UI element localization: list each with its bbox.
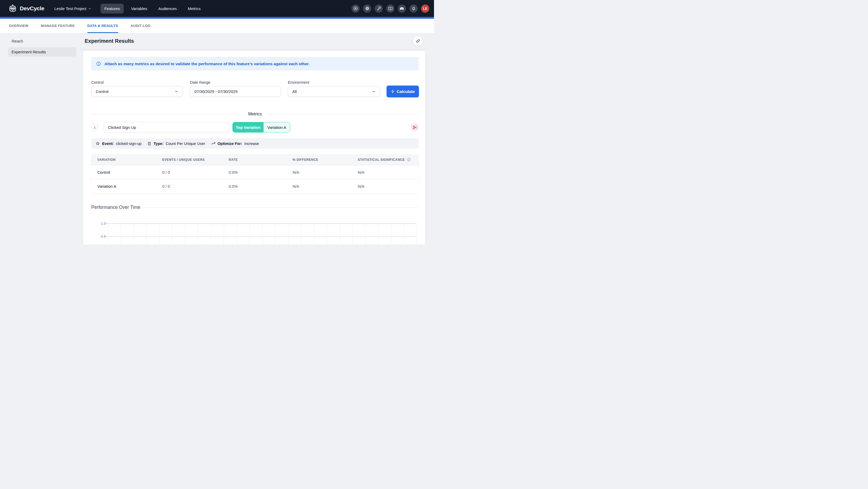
content-area: Reach Experiment Results Experiment Resu… — [0, 33, 434, 244]
calculate-button[interactable]: Calculate — [386, 86, 419, 97]
date-range-input[interactable]: 07/30/2025 - 07/30/2025 — [190, 86, 281, 97]
navbar-actions: LE — [351, 4, 429, 13]
type-label: Type: — [154, 142, 163, 146]
performance-title: Performance Over Time — [91, 205, 141, 210]
bolt-icon — [391, 89, 395, 93]
feature-tabbar: OVERVIEW MANAGE FEATURE DATA & RESULTS A… — [0, 19, 434, 33]
col-difference: % DIFFERENCE — [292, 158, 358, 162]
project-selector[interactable]: Leslie Test Project — [54, 6, 92, 11]
remove-metric-button[interactable] — [410, 123, 419, 132]
discord-icon — [399, 6, 404, 11]
optimize-label: Optimize For: — [218, 142, 242, 146]
toggle-top-variation[interactable]: Top Variation — [233, 122, 264, 132]
environment-label: Environment — [288, 80, 309, 85]
cell-significance: N/A — [358, 184, 419, 189]
sidebar-item-experiment-results[interactable]: Experiment Results — [8, 47, 76, 57]
docs-button[interactable] — [386, 4, 395, 13]
trending-up-icon — [211, 141, 216, 146]
chevron-down-icon — [175, 89, 178, 93]
cell-difference: N/A — [292, 170, 358, 175]
gear-icon — [365, 6, 370, 11]
page-header: Experiment Results — [81, 33, 427, 49]
calculate-label: Calculate — [397, 89, 415, 94]
date-range-label: Date Range — [190, 80, 210, 85]
logo-text: DevCycle — [20, 5, 44, 11]
metric-name-input[interactable] — [104, 122, 229, 133]
star-icon — [95, 141, 100, 146]
variation-toggle: Top Variation Variation A — [232, 122, 290, 133]
accent-bar — [0, 17, 434, 19]
main-nav: Features Variables Audiences Metrics — [100, 4, 204, 13]
robot-logo-icon — [8, 4, 18, 13]
info-icon — [96, 61, 101, 66]
chevron-down-icon — [88, 7, 92, 10]
sidebar-item-reach[interactable]: Reach — [8, 36, 76, 46]
nav-item-variables[interactable]: Variables — [127, 4, 151, 13]
cell-variation: Control — [97, 170, 162, 175]
performance-section-header: Performance Over Time — [91, 205, 419, 210]
chevron-down-icon — [372, 89, 376, 93]
cell-difference: N/A — [292, 184, 358, 189]
api-keys-button[interactable] — [375, 4, 383, 13]
control-select[interactable]: Control — [91, 86, 183, 97]
toggle-variation-a[interactable]: Variation A — [264, 122, 290, 132]
control-label: Control — [91, 80, 104, 85]
tab-audit-log[interactable]: AUDIT LOG — [131, 19, 151, 33]
top-navbar: DevCycle Leslie Test Project Features Va… — [0, 0, 434, 17]
settings-button[interactable] — [363, 4, 371, 13]
performance-plot — [108, 224, 416, 244]
banner-text: Attach as many metrics as desired to val… — [104, 61, 309, 66]
copy-link-button[interactable] — [413, 36, 423, 46]
metrics-divider-label: Metrics — [248, 112, 262, 116]
nav-item-audiences[interactable]: Audiences — [155, 4, 181, 13]
results-table: VARIATION EVENTS / UNIQUE USERS RATE % D… — [91, 154, 419, 193]
calculator-icon — [147, 142, 151, 146]
col-significance: STATISTICAL SIGNIFICANCE — [358, 157, 419, 162]
bell-icon — [411, 6, 416, 11]
type-value: Count Per Unique User — [166, 142, 205, 146]
tab-data-results[interactable]: DATA & RESULTS — [87, 19, 118, 33]
event-label: Event: — [102, 142, 114, 146]
scissors-icon — [412, 125, 417, 130]
table-row: Variation A 0 / 0 0.0% N/A N/A — [91, 179, 419, 193]
nav-item-metrics[interactable]: Metrics — [184, 4, 204, 13]
performance-chart: 1.0 0.9 — [83, 212, 425, 244]
event-value: clicked-sign-up — [116, 142, 142, 146]
page-title: Experiment Results — [85, 38, 134, 44]
plus-circle-icon — [353, 6, 358, 11]
table-row: Control 0 / 0 0.0% N/A N/A — [91, 165, 419, 179]
cell-significance: N/A — [358, 170, 419, 175]
info-icon[interactable] — [407, 157, 411, 162]
cell-rate: 0.0% — [229, 184, 292, 189]
book-icon — [388, 6, 393, 11]
nav-item-features[interactable]: Features — [100, 4, 123, 13]
sidebar: Reach Experiment Results — [0, 33, 79, 244]
environment-select[interactable]: All — [288, 86, 380, 97]
cell-events: 0 / 0 — [162, 184, 229, 189]
create-button[interactable] — [351, 4, 360, 13]
notifications-button[interactable] — [409, 4, 417, 13]
project-name: Leslie Test Project — [54, 6, 86, 11]
control-select-value: Control — [96, 89, 108, 94]
col-rate: RATE — [229, 158, 292, 162]
discord-button[interactable] — [398, 4, 406, 13]
tab-overview[interactable]: OVERVIEW — [9, 19, 29, 33]
metric-details-bar: Event: clicked-sign-up Type: Count Per U… — [91, 138, 419, 149]
col-events: EVENTS / UNIQUE USERS — [162, 158, 229, 162]
date-range-value: 07/30/2025 - 07/30/2025 — [194, 89, 238, 94]
col-variation: VARIATION — [97, 158, 162, 162]
devcycle-logo[interactable]: DevCycle — [8, 4, 44, 13]
experiment-results-card: Attach as many metrics as desired to val… — [83, 51, 425, 244]
avatar[interactable]: LE — [421, 4, 429, 13]
info-banner: Attach as many metrics as desired to val… — [91, 57, 419, 70]
y-tick-1: 1.0 — [93, 222, 106, 226]
cell-events: 0 / 0 — [162, 170, 229, 175]
cell-rate: 0.0% — [229, 170, 292, 175]
key-icon — [376, 6, 381, 11]
link-icon — [416, 39, 420, 43]
tab-manage-feature[interactable]: MANAGE FEATURE — [41, 19, 75, 33]
environment-select-value: All — [292, 89, 297, 94]
y-tick-2: 0.9 — [93, 234, 106, 238]
cell-variation: Variation A — [97, 184, 162, 189]
metrics-divider: Metrics — [91, 111, 419, 117]
